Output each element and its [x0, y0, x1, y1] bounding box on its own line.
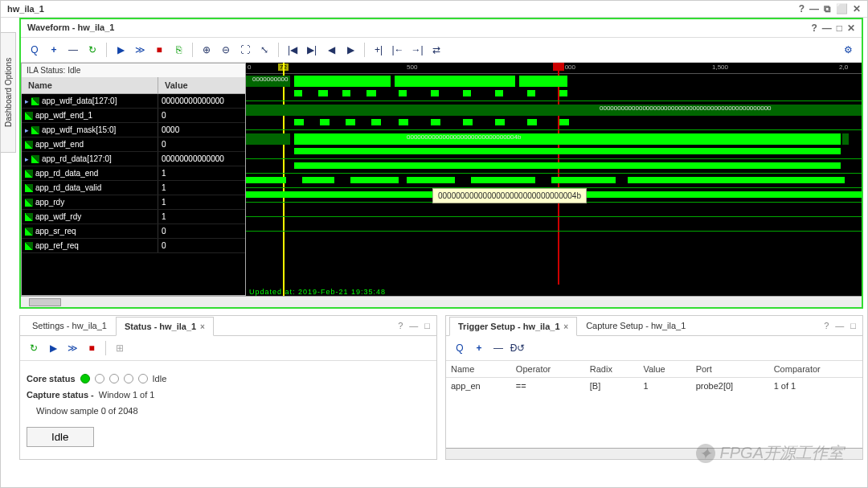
tick-500: 500 — [407, 64, 417, 71]
waveform-titlebar: Waveform - hw_ila_1 ? — □ ✕ — [21, 19, 862, 38]
panel-maximize-icon[interactable]: □ — [850, 321, 856, 330]
stop-icon[interactable]: ■ — [150, 41, 168, 59]
signal-row[interactable]: app_sr_req0 — [22, 224, 245, 239]
panel-help-icon[interactable]: ? — [824, 321, 829, 330]
wave-row: 0000000000000000000000000000004b — [246, 132, 862, 146]
col-name[interactable]: Name — [446, 361, 511, 378]
remove-icon[interactable]: — — [489, 339, 507, 357]
signal-row[interactable]: ▸app_rd_data[127:0]00000000000000 — [22, 152, 245, 166]
probe-icon — [25, 242, 33, 250]
help-icon[interactable]: ? — [799, 3, 805, 14]
tab-capture-setup[interactable]: Capture Setup - hw_ila_1 — [577, 316, 694, 335]
next-marker-icon[interactable]: →| — [408, 41, 426, 59]
tab-status[interactable]: Status - hw_ila_1 × — [116, 317, 214, 336]
signal-name: app_wdf_end_1 — [35, 109, 92, 123]
col-value[interactable]: Value — [638, 361, 690, 378]
maximize-icon[interactable]: ⬜ — [836, 3, 848, 14]
add-icon[interactable]: + — [45, 41, 63, 59]
search-icon[interactable]: Q — [451, 339, 469, 357]
signal-name: app_rdy — [35, 195, 64, 210]
col-radix[interactable]: Radix — [585, 361, 639, 378]
signal-row[interactable]: ▸app_wdf_mask[15:0]0000 — [22, 123, 245, 137]
window-title: hw_ila_1 — [7, 4, 44, 14]
waveform-canvas[interactable]: 72 0 500 1,000 1,500 2,0 0000000000 — [246, 63, 862, 296]
col-comparator[interactable]: Comparator — [769, 361, 862, 378]
dashboard-options-tab[interactable]: Dashboard Options — [0, 32, 16, 153]
signal-row[interactable]: app_wdf_end0 — [22, 137, 245, 152]
signal-row[interactable]: app_wdf_end_10 — [22, 109, 245, 123]
trigger-scrollbar[interactable] — [446, 448, 862, 459]
core-status-label: Core status — [27, 374, 76, 383]
signal-row[interactable]: app_rd_data_end1 — [22, 166, 245, 181]
signal-value: 0 — [158, 137, 245, 151]
go-last-icon[interactable]: ▶| — [303, 41, 321, 59]
gear-icon[interactable]: ⚙ — [839, 41, 857, 59]
capture-sample-text: Window sample 0 of 2048 — [36, 406, 430, 416]
play-icon[interactable]: ▶ — [112, 41, 129, 59]
panel-minimize-icon[interactable]: — — [409, 321, 418, 330]
tab-close-icon[interactable]: × — [198, 322, 205, 331]
signal-name: app_sr_req — [35, 224, 76, 239]
signal-row[interactable]: app_wdf_rdy1 — [22, 210, 245, 224]
remove-icon[interactable]: — — [64, 41, 82, 59]
signal-name: app_wdf_mask[15:0] — [42, 123, 116, 137]
search-icon[interactable]: Q — [26, 41, 43, 59]
panel-minimize-icon[interactable]: — — [822, 23, 832, 34]
zoom-in-icon[interactable]: ⊕ — [198, 41, 215, 59]
reset-icon[interactable]: Ð↺ — [509, 339, 526, 357]
waveform-title: Waveform - hw_ila_1 — [27, 23, 114, 34]
close-icon[interactable]: ✕ — [853, 3, 861, 14]
wave-row: 0000000000000000000000000000000000000000… — [246, 103, 862, 117]
add-icon[interactable]: + — [470, 339, 488, 357]
play-icon[interactable]: ▶ — [44, 339, 62, 357]
fast-forward-icon[interactable]: ≫ — [131, 41, 149, 59]
tab-close-icon[interactable]: × — [562, 322, 569, 331]
signal-row[interactable]: app_rdy1 — [22, 195, 245, 210]
zoom-fit-icon[interactable]: ⛶ — [236, 41, 254, 59]
tab-settings[interactable]: Settings - hw_ila_1 — [23, 316, 116, 335]
next-edge-icon[interactable]: ▶ — [342, 41, 359, 59]
value-header[interactable]: Value — [158, 77, 245, 93]
go-first-icon[interactable]: |◀ — [284, 41, 301, 59]
idle-button[interactable]: Idle — [27, 427, 94, 447]
probe-icon — [31, 155, 39, 163]
signal-value: 0 — [158, 239, 245, 252]
name-header[interactable]: Name — [22, 77, 158, 93]
stop-icon[interactable]: ■ — [83, 339, 100, 357]
panel-close-icon[interactable]: ✕ — [847, 23, 855, 34]
wave-row — [246, 146, 862, 161]
signal-name: app_rd_data_valid — [35, 181, 101, 195]
fast-forward-icon[interactable]: ≫ — [63, 339, 81, 357]
trigger-panel: Trigger Setup - hw_ila_1 × Capture Setup… — [445, 315, 863, 460]
waveform-scrollbar[interactable] — [21, 296, 862, 307]
prev-marker-icon[interactable]: |← — [389, 41, 407, 59]
col-port[interactable]: Port — [691, 361, 769, 378]
refresh-icon[interactable]: ↻ — [25, 339, 43, 357]
trigger-row[interactable]: app_en == [B] 1 probe2[0] 1 of 1 — [446, 378, 862, 395]
signal-name: app_rd_data[127:0] — [42, 152, 112, 166]
signal-row[interactable]: ▸app_wdf_data[127:0]00000000000000 — [22, 94, 245, 109]
panel-minimize-icon[interactable]: — — [835, 321, 844, 330]
panel-maximize-icon[interactable]: □ — [424, 321, 430, 330]
restore-icon[interactable]: ⧉ — [824, 3, 831, 14]
tab-trigger-setup[interactable]: Trigger Setup - hw_ila_1 × — [449, 317, 577, 336]
signal-value: 1 — [158, 210, 245, 223]
refresh-icon[interactable]: ↻ — [84, 41, 101, 59]
panel-help-icon[interactable]: ? — [811, 23, 817, 34]
options-icon[interactable]: ⊞ — [111, 339, 129, 357]
prev-edge-icon[interactable]: ◀ — [322, 41, 340, 59]
export-icon[interactable]: ⎘ — [170, 41, 187, 59]
signal-row[interactable]: app_rd_data_valid1 — [22, 181, 245, 195]
panel-help-icon[interactable]: ? — [398, 321, 403, 330]
tick-0: 0 — [248, 64, 251, 71]
signal-row[interactable]: app_ref_req0 — [22, 239, 245, 253]
panel-maximize-icon[interactable]: □ — [837, 23, 842, 34]
add-marker-icon[interactable]: +| — [370, 41, 387, 59]
status-dot — [95, 374, 104, 383]
zoom-out-icon[interactable]: ⊖ — [217, 41, 235, 59]
cursor-icon[interactable]: ⤡ — [256, 41, 273, 59]
swap-icon[interactable]: ⇄ — [428, 41, 445, 59]
minimize-icon[interactable]: — — [809, 3, 819, 14]
col-operator[interactable]: Operator — [511, 361, 585, 378]
signal-name: app_ref_req — [35, 239, 79, 253]
